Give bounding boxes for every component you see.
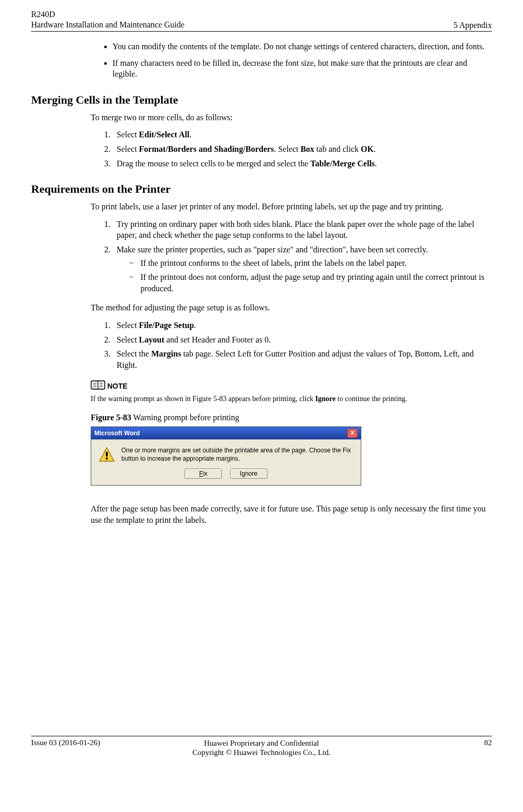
bold-text: OK [361,145,374,153]
text: Drag the mouse to select cells to be mer… [117,159,310,168]
list-item: Select File/Page Setup. [112,320,492,331]
footer-right: 82 [377,738,492,758]
text: Select the [117,349,151,358]
text: . [375,159,377,168]
doc-title: Hardware Installation and Maintenance Gu… [31,20,443,30]
footer-left: Issue 03 (2016-01-26) [31,738,146,758]
printer-steps-2: Select File/Page Setup. Select Layout an… [91,320,492,371]
bold-text: Table/Merge Cells [310,159,375,168]
note-header: NOTE [91,379,492,393]
text: Select [117,145,139,153]
document-page: R240D Hardware Installation and Maintena… [0,0,523,772]
dialog-button-row: Fix Ignore [91,466,361,485]
dialog-message: One or more margins are set outside the … [121,447,354,463]
section-heading-merge: Merging Cells in the Template [31,93,492,107]
list-item: Select Format/Borders and Shading/Border… [112,144,492,155]
page-footer: Issue 03 (2016-01-26) Huawei Proprietary… [31,736,492,758]
svg-rect-3 [106,458,108,460]
list-item: If the printout does not conform, adjust… [131,272,492,294]
main-content: You can modify the contents of the templ… [91,41,492,526]
close-button[interactable]: X [347,429,358,438]
dialog-title-text: Microsoft Word [94,430,140,437]
bold-text: Ignore [315,395,335,403]
intro-bullets: You can modify the contents of the templ… [91,41,492,80]
printer-substeps: If the printout conforms to the sheet of… [117,258,492,294]
list-item: If the printout conforms to the sheet of… [131,258,492,269]
after-dialog-text: After the page setup has been made corre… [91,503,492,525]
merge-lead: To merge two or more cells, do as follow… [91,112,492,123]
list-item: Drag the mouse to select cells to be mer… [112,158,492,169]
text: and set Header and Footer as 0. [164,335,271,344]
bold-text: Format/Borders and Shading/Borders [139,145,274,153]
text: . Select [274,145,301,153]
note-block: NOTE If the warning prompt as shown in F… [91,379,492,404]
warning-icon [98,447,115,463]
ignore-button[interactable]: Ignore [230,468,267,479]
figure-number: Figure 5-83 [91,413,131,422]
list-item: Select the Margins tab page. Select Left… [112,348,492,371]
header-left: R240D Hardware Installation and Maintena… [31,9,443,30]
text: Make sure the printer properties, such a… [117,245,428,254]
text: g [242,470,245,477]
dialog-body: One or more margins are set outside the … [91,439,361,466]
text: nore [245,470,258,477]
bold-text: Box [301,145,315,153]
page-header: R240D Hardware Installation and Maintena… [31,9,492,32]
text: Figure 5-83 [192,395,227,403]
footer-center-line2: Copyright © Huawei Technologies Co., Ltd… [146,748,377,758]
note-body: If the warning prompt as shown in Figure… [91,394,492,404]
bold-text: File/Page Setup [139,321,194,330]
printer-steps-1: Try printing on ordinary paper with both… [91,219,492,294]
fix-button[interactable]: Fix [185,468,222,479]
text: . [194,321,196,330]
list-item: Try printing on ordinary paper with both… [112,219,492,241]
text: Select [117,321,139,330]
figure-title: Warning prompt before printing [131,413,239,422]
text: . [374,145,376,153]
text: tab and click [314,145,361,153]
note-label: NOTE [107,382,128,390]
list-item: If many characters need to be filled in,… [112,58,492,80]
text: appears before printing, click [227,395,315,403]
text: If the warning prompt as shown in [91,395,192,403]
merge-steps: Select Edit/Select All. Select Format/Bo… [91,129,492,169]
text: Select [117,130,139,139]
bold-text: Layout [139,335,164,344]
text: Select [117,335,139,344]
footer-center-line1: Huawei Proprietary and Confidential [146,738,377,748]
list-item: Make sure the printer properties, such a… [112,244,492,294]
header-right: 5 Appendix [454,21,492,30]
list-item: You can modify the contents of the templ… [112,41,492,52]
book-icon [91,379,107,393]
after-sub-text: The method for adjusting the page setup … [91,302,492,314]
doc-model: R240D [31,9,443,20]
figure-caption: Figure 5-83 Warning prompt before printi… [91,413,492,422]
section-heading-printer: Requirements on the Printer [31,182,492,196]
text: to continue the printing. [336,395,407,403]
list-item: Select Layout and set Header and Footer … [112,334,492,346]
printer-lead: To print labels, use a laser jet printer… [91,201,492,212]
text: . [189,130,191,139]
warning-dialog: Microsoft Word X One or more margins are… [91,426,361,486]
footer-center: Huawei Proprietary and Confidential Copy… [146,738,377,758]
list-item: Select Edit/Select All. [112,129,492,140]
bold-text: Edit/Select All [139,130,189,139]
text: F [199,470,203,477]
text: ix [203,470,208,477]
dialog-titlebar: Microsoft Word X [91,427,361,439]
svg-rect-2 [106,452,108,457]
bold-text: Margins [151,349,181,358]
